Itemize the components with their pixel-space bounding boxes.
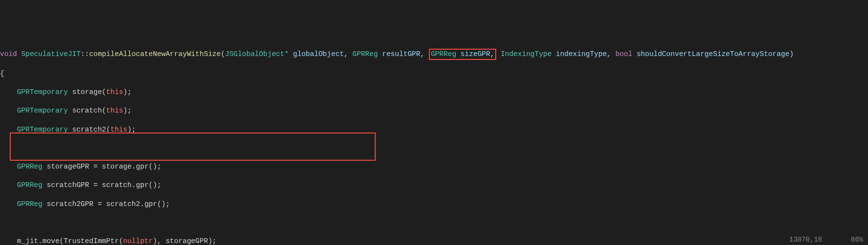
code-line: GPRReg scratch2GPR = scratch2.gpr(); [0,200,868,209]
class-name: SpeculativeJIT [21,50,81,58]
method-name: compileAllocateNewArrayWithSize [89,50,221,58]
code-line: GPRReg scratchGPR = scratch.gpr(); [0,181,868,190]
code-line: GPRTemporary storage(this); [0,88,868,97]
cursor-position: 13070,18 [789,236,822,244]
code-line: GPRTemporary scratch(this); [0,106,868,115]
keyword-void: void [0,50,17,58]
highlight-param-sizegpr: GPRReg sizeGPR, [429,49,497,60]
code-line [0,218,868,227]
code-line: m_jit.move(TrustedImmPtr(nullptr), stora… [0,237,868,245]
code-line: GPRTemporary scratch2(this); [0,125,868,134]
code-line: void SpeculativeJIT::compileAllocateNewA… [0,49,868,60]
code-editor[interactable]: void SpeculativeJIT::compileAllocateNewA… [0,38,868,245]
scroll-percent: 86% [851,236,863,244]
status-bar: 13070,18 86% [781,226,863,244]
code-line: GPRReg storageGPR = storage.gpr(); [0,162,868,171]
code-line: { [0,69,868,78]
code-line [0,144,868,153]
